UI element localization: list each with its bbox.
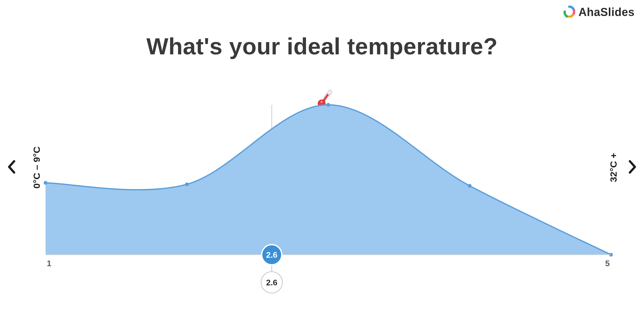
- chevron-right-icon: [628, 160, 637, 175]
- x-tick-min: 1: [47, 259, 51, 268]
- axis-left-label: 0°C – 9°C: [31, 146, 42, 189]
- mean-badge-value: 2.6: [266, 250, 277, 260]
- data-point: [326, 103, 330, 107]
- brand-logo: AhaSlides: [563, 6, 635, 19]
- chevron-left-icon: [7, 160, 16, 175]
- area-fill: [46, 105, 611, 255]
- x-tick-max: 5: [605, 259, 610, 268]
- data-point: [185, 182, 189, 186]
- area-chart: 152.62.6: [46, 85, 611, 285]
- prev-button[interactable]: [4, 158, 19, 177]
- brand-mark-icon: [563, 6, 575, 19]
- slide-title: What's your ideal temperature?: [0, 33, 644, 60]
- data-point: [468, 184, 472, 188]
- value-badge-value: 2.6: [266, 278, 277, 287]
- data-point: [44, 181, 47, 185]
- next-button[interactable]: [625, 158, 640, 177]
- brand-name: AhaSlides: [578, 6, 635, 19]
- slide-canvas: AhaSlides What's your ideal temperature?…: [0, 0, 644, 335]
